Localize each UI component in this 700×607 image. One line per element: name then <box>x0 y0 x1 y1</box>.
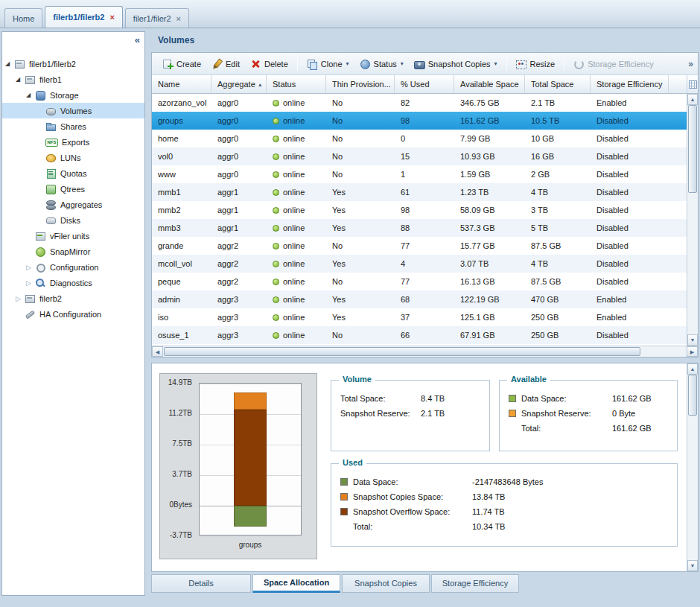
resize-button[interactable]: Resize <box>512 57 560 71</box>
sidebar-item-volumes[interactable]: Volumes <box>2 103 144 118</box>
sidebar-item-filerb1-filerb2[interactable]: ◢filerb1/filerb2 <box>2 56 144 71</box>
sidebar-item-aggregates[interactable]: Aggregates <box>2 197 144 212</box>
table-row-azorzano-vol[interactable]: azorzano_volaggr0onlineNo82346.75 GB2.1 … <box>152 94 687 112</box>
sidebar-item-configuration[interactable]: ▷Configuration <box>2 259 144 275</box>
column-header-aggregate[interactable]: Aggregate▲ <box>211 75 267 93</box>
close-icon[interactable]: × <box>109 13 114 21</box>
sidebar-item-vfiler-units[interactable]: vFiler units <box>2 228 144 244</box>
column-header-name[interactable]: Name <box>152 75 211 93</box>
table-row-iso[interactable]: isoaggr3onlineYes37125.1 GB250 GBEnabled <box>152 308 687 326</box>
details-vertical-scrollbar[interactable]: ▲ ▼ <box>687 363 698 571</box>
table-row-home[interactable]: homeaggr0onlineNo07.99 GB10 GBDisabled <box>152 130 687 147</box>
edit-button[interactable]: Edit <box>207 57 244 71</box>
sidebar-item-diagnostics[interactable]: ▷Diagnostics <box>2 275 144 290</box>
toolbar-overflow-button[interactable]: » <box>688 59 693 69</box>
scroll-thumb[interactable] <box>688 105 697 193</box>
window-tab-filerb1-filerb2[interactable]: filerb1/filerb2× <box>45 6 123 28</box>
info-value: 8.4 TB <box>421 394 445 403</box>
delete-button[interactable]: Delete <box>246 57 293 71</box>
sidebar-collapse-button[interactable]: « <box>135 34 140 45</box>
scroll-up-button[interactable]: ▲ <box>687 363 698 375</box>
window-tab-home[interactable]: Home <box>4 8 42 28</box>
expanded-arrow-icon[interactable]: ◢ <box>5 60 14 67</box>
scroll-track[interactable] <box>687 375 698 560</box>
scroll-track[interactable] <box>163 346 687 357</box>
window-tab-filer1-filer2[interactable]: filer1/filer2× <box>125 8 189 28</box>
table-row-mmb2[interactable]: mmb2aggr1onlineYes9858.09 GB3 TBDisabled <box>152 201 687 219</box>
scroll-track[interactable] <box>687 105 698 334</box>
table-row-mmb3[interactable]: mmb3aggr1onlineYes88537.3 GB5 TBDisabled <box>152 219 687 237</box>
table-vertical-scrollbar[interactable]: ▲ ▼ <box>687 94 698 346</box>
cell-name: iso <box>152 308 211 326</box>
collapsed-arrow-icon[interactable]: ▷ <box>16 295 25 302</box>
clone-button[interactable]: Clone▾ <box>302 57 354 71</box>
column-header-used[interactable]: % Used <box>395 75 454 93</box>
sidebar-item-ha-configuration[interactable]: HA Configuration <box>2 306 144 322</box>
info-row-data-space: Data Space:161.62 GB <box>509 391 671 406</box>
table-row-peque[interactable]: pequeaggr2onlineNo7716.13 GB87.5 GBDisab… <box>152 273 687 290</box>
table-row-mcoll-vol[interactable]: mcoll_volaggr2onlineYes43.07 TB4 TBDisab… <box>152 255 687 273</box>
table-row-admin[interactable]: adminaggr3onlineYes68122.19 GB470 GBEnab… <box>152 290 687 308</box>
scroll-thumb[interactable] <box>688 375 697 416</box>
sidebar-item-storage[interactable]: ◢Storage <box>2 87 144 103</box>
sidebar-item-snapmirror[interactable]: SnapMirror <box>2 244 144 259</box>
table-row-vol0[interactable]: vol0aggr0onlineNo1510.93 GB16 GBDisabled <box>152 147 687 165</box>
create-button[interactable]: Create <box>158 57 206 71</box>
cell-text: 2.1 TB <box>531 98 555 107</box>
tab-space-allocation[interactable]: Space Allocation <box>252 574 340 593</box>
scroll-thumb[interactable] <box>164 347 640 356</box>
cell-thin-provision: No <box>326 147 395 165</box>
cell-text: peque <box>158 277 181 286</box>
cell-text: 4 TB <box>531 259 548 268</box>
table-horizontal-scrollbar[interactable]: ◀ ▶ <box>152 346 698 357</box>
scroll-up-button[interactable]: ▲ <box>687 94 698 105</box>
scroll-left-button[interactable]: ◀ <box>152 346 163 357</box>
cell-storage-efficiency: Disabled <box>591 201 669 219</box>
sidebar-item-disks[interactable]: Disks <box>2 212 144 228</box>
table-row-mmb1[interactable]: mmb1aggr1onlineYes611.23 TB4 TBDisabled <box>152 183 687 201</box>
table-row-grande[interactable]: grandeaggr2onlineNo7715.77 GB87.5 GBDisa… <box>152 237 687 255</box>
swatch-spacer <box>509 425 516 432</box>
cell-text: 125.1 GB <box>460 313 494 322</box>
cell-text: online <box>283 277 305 286</box>
sidebar-item-exports[interactable]: NFSExports <box>2 134 144 150</box>
table-row-osuse-1[interactable]: osuse_1aggr3onlineNo6667.91 GB250 GBDisa… <box>152 326 687 344</box>
tab-snapshot-copies[interactable]: Snapshot Copies <box>342 574 430 593</box>
expanded-arrow-icon[interactable]: ◢ <box>16 76 25 83</box>
column-header-total-space[interactable]: Total Space <box>525 75 591 93</box>
column-picker-button[interactable] <box>687 75 698 94</box>
column-header-status[interactable]: Status <box>267 75 326 93</box>
scroll-right-button[interactable]: ▶ <box>687 346 698 357</box>
cell-available-space: 125.1 GB <box>454 308 525 326</box>
sidebar-item-filerb2[interactable]: ▷filerb2 <box>2 290 144 306</box>
collapsed-arrow-icon[interactable]: ▷ <box>26 279 35 287</box>
table-row-groups[interactable]: groupsaggr0onlineNo98161.62 GB10.5 TBDis… <box>152 112 687 130</box>
expanded-arrow-icon[interactable]: ◢ <box>26 92 35 98</box>
close-icon[interactable]: × <box>176 15 181 22</box>
sidebar-item-shares[interactable]: Shares <box>2 118 144 134</box>
dropdown-arrow-icon: ▾ <box>401 60 404 67</box>
sidebar-item-quotas[interactable]: Quotas <box>2 165 144 181</box>
cell-text: 250 GB <box>531 331 559 340</box>
collapsed-arrow-icon[interactable]: ▷ <box>26 264 35 271</box>
column-header-storage-efficiency[interactable]: Storage Efficiency <box>591 75 669 93</box>
snapshot-copies-button[interactable]: Snapshot Copies▾ <box>410 57 502 71</box>
sidebar-item-filerb1[interactable]: ◢filerb1 <box>2 71 144 87</box>
scroll-down-button[interactable]: ▼ <box>687 560 698 571</box>
table-row-www[interactable]: wwwaggr0onlineNo11.59 GB2 GBDisabled <box>152 165 687 183</box>
column-header-available-space[interactable]: Available Space <box>454 75 525 93</box>
cell-name: vol0 <box>152 147 211 165</box>
disks-icon <box>45 215 57 225</box>
column-header-thin-provision[interactable]: Thin Provision... <box>326 75 395 93</box>
status-button[interactable]: Status▾ <box>355 57 408 71</box>
cell-total-space: 5 TB <box>525 219 591 237</box>
sidebar-item-luns[interactable]: LUNs <box>2 150 144 165</box>
info-row-snapshot-reserve: Snapshot Reserve:0 Byte <box>509 406 671 421</box>
tab-details[interactable]: Details <box>151 574 251 593</box>
sidebar-item-qtrees[interactable]: Qtrees <box>2 181 144 197</box>
tab-storage-efficiency[interactable]: Storage Efficiency <box>431 574 519 593</box>
cell-text: 7.99 GB <box>460 134 490 143</box>
node-icon <box>25 74 36 84</box>
scroll-down-button[interactable]: ▼ <box>687 334 698 346</box>
cell-text: online <box>283 116 305 125</box>
